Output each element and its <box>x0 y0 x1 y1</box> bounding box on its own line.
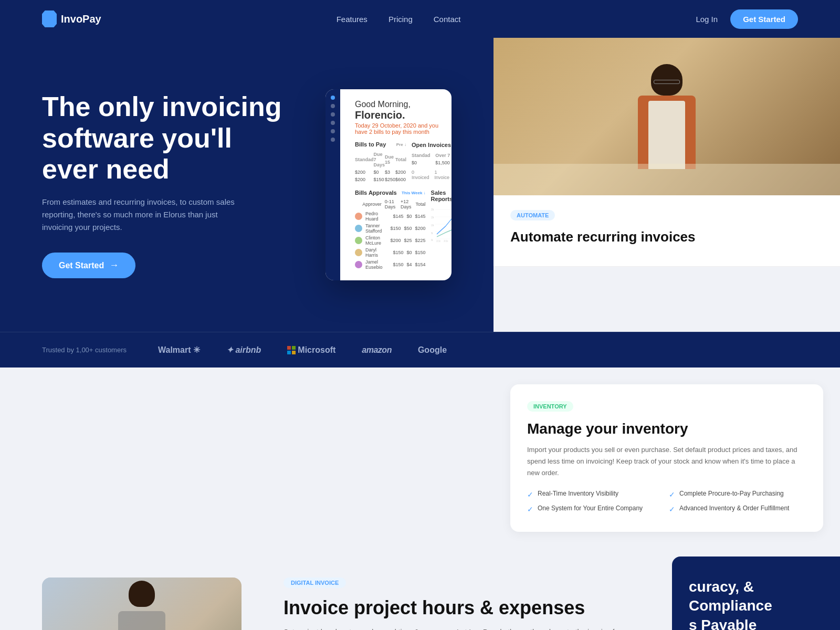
open-inv-table: StandadOver 7Over 15Today $0$1,500$1,600… <box>412 152 452 166</box>
svg-text:15k: 15k <box>431 216 434 219</box>
check-icon-1: ✓ <box>527 490 533 500</box>
sidebar-dot-1 <box>331 104 335 108</box>
approval-row-4: Daryl Harris $150 $0 $150 <box>355 247 426 258</box>
approval-row-2: Tanner Stafford $150 $50 $200 <box>355 223 426 234</box>
automate-title: Automate recurring invoices <box>510 229 823 245</box>
nav-cta-button[interactable]: Get Started <box>730 9 798 29</box>
bullet-3: ✓ One System for Your Entire Company <box>527 504 665 515</box>
nav-right: Log In Get Started <box>696 9 798 29</box>
dashboard-card: Good Morning, Florencio. Today 29 Octobe… <box>326 89 452 280</box>
nav-login[interactable]: Log In <box>696 15 718 24</box>
bottom-image-col <box>0 556 262 630</box>
dash-greeting: Good Morning, Florencio. <box>355 100 441 121</box>
sidebar-dot-4 <box>331 129 335 133</box>
svg-text:10k: 10k <box>431 224 434 227</box>
inventory-desc: Import your products you sell or even pu… <box>527 444 806 479</box>
svg-text:24 Oct: 24 Oct <box>444 239 448 242</box>
approval-row-3: Clinton McLure $200 $25 $225 <box>355 235 426 246</box>
logo[interactable]: InvoPay <box>42 10 101 27</box>
features-right: INVENTORY Manage your inventory Import y… <box>494 368 840 556</box>
inventory-bullets: ✓ Real-Time Inventory Visibility ✓ Compl… <box>527 489 806 515</box>
nav-links: Features Pricing Contact <box>337 15 461 24</box>
hero-subtitle: From estimates and recurring invoices, t… <box>42 196 242 234</box>
arrow-icon: → <box>109 260 119 271</box>
logo-icon <box>42 10 57 27</box>
dark-section: curacy, & Compliance s Payable <box>672 556 840 630</box>
amazon-logo: amazon <box>362 345 392 355</box>
bullet-1: ✓ Real-Time Inventory Visibility <box>527 489 665 500</box>
hero-section: The only invoicing software you'll ever … <box>0 38 494 332</box>
svg-text:0k: 0k <box>431 238 433 242</box>
digital-invoice-tag: DIGITAL INVOICE <box>284 578 346 588</box>
bullet-4: ✓ Advanced Inventory & Order Fulfillment <box>669 504 806 515</box>
dashboard-inner: Good Morning, Florencio. Today 29 Octobe… <box>355 100 441 270</box>
sidebar-dot-active <box>331 96 335 100</box>
trusted-logos: Walmart ✳ ✦ airbnb Microsoft amazon Goog… <box>158 345 798 355</box>
check-icon-4: ✓ <box>669 505 675 515</box>
approval-list: Approver 0-11 Days +12 Days Total Pedro … <box>355 199 426 270</box>
dash-top-grid: Bills to Pay Pre ↓ StandadDue 7 DaysDue … <box>355 141 441 183</box>
hero-photo-card <box>494 38 840 195</box>
invoice-title: Invoice project hours & expenses <box>284 596 630 619</box>
nav-contact[interactable]: Contact <box>434 15 461 24</box>
svg-text:23 Oct: 23 Oct <box>436 239 440 242</box>
dash-date: Today 29 October, 2020 and you have 2 bi… <box>355 122 441 135</box>
inventory-tag: INVENTORY <box>527 401 573 412</box>
hero-cta-button[interactable]: Get Started → <box>42 253 135 278</box>
bottom-text-col: DIGITAL INVOICE Invoice project hours & … <box>262 556 672 630</box>
hero-text: The only invoicing software you'll ever … <box>42 91 294 278</box>
bills-approvals-section: Bills Approvals This Week ↓ Approver 0-1… <box>355 190 426 270</box>
svg-text:25k: 25k <box>431 208 434 211</box>
navbar: InvoPay Features Pricing Contact Log In … <box>0 0 840 38</box>
automate-tag: AUTOMATE <box>510 210 555 220</box>
invoice-desc: Set project hourly rates and record time… <box>284 626 630 630</box>
bills-to-pay-section: Bills to Pay Pre ↓ StandadDue 7 DaysDue … <box>355 141 406 183</box>
bottom-section: DIGITAL INVOICE Invoice project hours & … <box>0 556 840 630</box>
approval-row-1: Pedro Huard $145 $0 $145 <box>355 211 426 222</box>
hero-row: The only invoicing software you'll ever … <box>0 38 840 332</box>
inventory-card: INVENTORY Manage your inventory Import y… <box>510 384 823 532</box>
nav-features[interactable]: Features <box>337 15 368 24</box>
dashboard-sidebar <box>326 89 340 280</box>
sidebar-dot-3 <box>331 121 335 125</box>
dash-bottom-grid: Bills Approvals This Week ↓ Approver 0-1… <box>355 190 441 270</box>
bills-table: StandadDue 7 DaysDue 15Total $200$0$3$20… <box>355 151 406 183</box>
approval-row-5: Jamel Eusebio $150 $4 $154 <box>355 259 426 270</box>
sales-reports-section: Sales Reports Incomes 25k 15k 10k 5k <box>431 190 452 270</box>
open-invoices-section: Open Invoices Create Invoice StandadOver… <box>412 141 452 183</box>
microsoft-logo: Microsoft <box>287 345 335 355</box>
features-section: INVENTORY Manage your inventory Import y… <box>0 368 840 556</box>
check-icon-2: ✓ <box>669 490 675 500</box>
sidebar-dot-5 <box>331 138 335 142</box>
check-icon-3: ✓ <box>527 505 533 515</box>
dark-title: curacy, & Compliance s Payable <box>689 578 823 630</box>
bottom-photo <box>42 578 242 630</box>
svg-text:5k: 5k <box>431 232 433 235</box>
hero-right-col: AUTOMATE Automate recurring invoices <box>494 38 840 332</box>
bullet-2: ✓ Complete Procure-to-Pay Purchasing <box>669 489 806 500</box>
logo-text: InvoPay <box>61 13 101 25</box>
trusted-label: Trusted by 1,00+ customers <box>42 346 127 354</box>
airbnb-logo: ✦ airbnb <box>226 345 261 355</box>
features-left-spacer <box>42 410 452 514</box>
sales-chart: 25k 15k 10k 5k 0k <box>431 205 452 242</box>
svg-text:25 Oct: 25 Oct <box>451 239 452 242</box>
approval-header: Approver 0-11 Days +12 Days Total <box>355 199 426 209</box>
inventory-title: Manage your inventory <box>527 420 806 438</box>
hero-title: The only invoicing software you'll ever … <box>42 91 294 185</box>
walmart-logo: Walmart ✳ <box>158 345 200 355</box>
automate-card: AUTOMATE Automate recurring invoices <box>494 195 840 267</box>
features-left <box>0 368 494 556</box>
trusted-bar: Trusted by 1,00+ customers Walmart ✳ ✦ a… <box>0 332 840 368</box>
sidebar-dot-2 <box>331 112 335 117</box>
nav-pricing[interactable]: Pricing <box>388 15 413 24</box>
google-logo: Google <box>418 345 447 355</box>
